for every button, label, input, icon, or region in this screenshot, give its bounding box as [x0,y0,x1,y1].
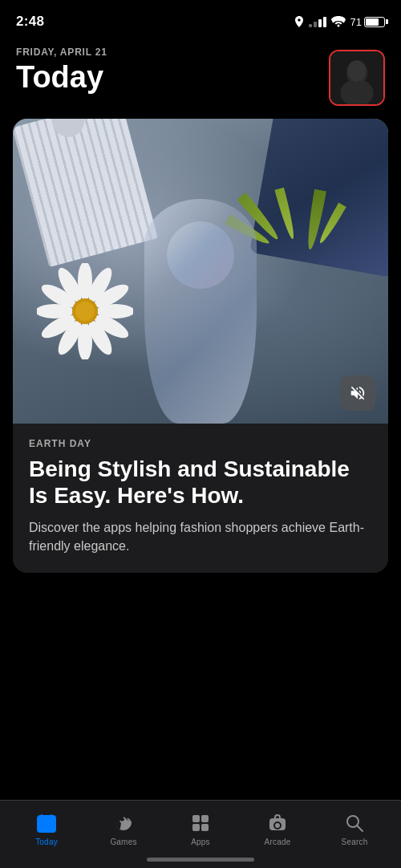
status-time: 2:48 [16,14,44,30]
avatar-silhouette [330,50,383,106]
user-avatar[interactable] [329,50,385,106]
apps-icon [189,812,212,834]
svg-rect-19 [38,816,55,832]
tab-items: Today Games Apps [0,809,401,853]
svg-rect-27 [201,824,209,831]
svg-rect-21 [51,814,52,819]
svg-rect-26 [192,824,200,831]
card-description: Discover the apps helping fashion shoppe… [29,518,372,555]
status-icons: 71 [294,16,385,28]
card-headline: Being Stylish and Sustainable Is Easy. H… [29,456,372,509]
svg-rect-22 [41,822,46,827]
apps-tab-label: Apps [191,838,210,846]
status-bar: 2:48 71 [0,0,401,40]
arcade-tab-label: Arcade [265,838,291,846]
home-indicator [147,858,254,862]
page-header: FRIDAY, APRIL 21 Today [0,40,401,116]
svg-point-17 [75,302,95,321]
games-icon [112,812,135,834]
svg-point-3 [348,60,367,81]
signal-strength [309,16,326,27]
mute-button[interactable] [340,375,375,411]
games-tab-label: Games [110,838,136,846]
today-tab-label: Today [35,838,58,846]
feature-card[interactable]: EARTH DAY Being Stylish and Sustainable … [13,119,388,573]
page-title: Today [16,61,107,95]
today-icon [35,812,58,834]
svg-rect-20 [41,814,43,819]
location-icon [294,16,304,27]
svg-rect-24 [192,815,200,822]
card-content: EARTH DAY Being Stylish and Sustainable … [13,424,388,573]
tab-search[interactable]: Search [326,809,383,853]
tab-games[interactable]: Games [95,809,152,853]
svg-point-2 [340,79,373,106]
sculpture-decoration [112,167,289,424]
svg-line-29 [358,826,363,832]
main-content: EARTH DAY Being Stylish and Sustainable … [0,119,401,653]
battery-icon [364,17,385,27]
mute-icon [349,384,367,402]
svg-rect-25 [201,815,209,822]
tab-bar: Today Games Apps [0,800,401,868]
tab-today[interactable]: Today [18,809,75,853]
search-icon [343,812,366,834]
wifi-icon [331,16,346,27]
card-image [13,119,388,424]
tab-apps[interactable]: Apps [172,809,229,853]
date-label: FRIDAY, APRIL 21 [16,47,107,58]
avatar-image [330,51,383,104]
battery-indicator: 71 [350,16,385,28]
battery-level: 71 [350,16,362,28]
tab-arcade[interactable]: Arcade [249,809,306,853]
svg-point-23 [122,821,125,824]
card-tag: EARTH DAY [29,438,372,449]
arcade-icon [266,812,289,834]
flower-decoration [37,263,133,359]
search-tab-label: Search [342,838,368,846]
header-text: FRIDAY, APRIL 21 Today [16,47,107,95]
